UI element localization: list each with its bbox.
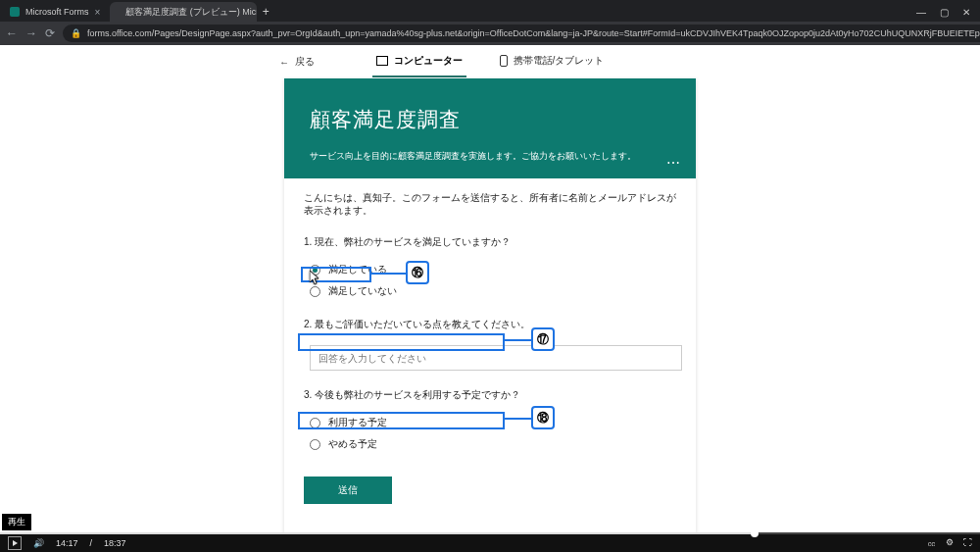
url-text: forms.office.com/Pages/DesignPage.aspx?a…: [87, 28, 980, 38]
more-options-button[interactable]: ⋯: [666, 155, 682, 171]
window-close-button[interactable]: ✕: [962, 7, 970, 18]
tab-title: 顧客満足度調査 (プレビュー) Micro…: [125, 6, 257, 19]
browser-tab[interactable]: Microsoft Forms ×: [0, 2, 110, 22]
q1-option-2[interactable]: 満足していない: [310, 280, 676, 302]
browser-address-bar: ← → ⟳ 🔒 forms.office.com/Pages/DesignPag…: [0, 22, 980, 45]
favicon-icon: [10, 7, 20, 17]
desktop-icon: [376, 56, 388, 66]
back-label: 戻る: [295, 55, 315, 69]
back-arrow-icon: ←: [279, 57, 289, 68]
device-tab-label: コンピューター: [394, 54, 463, 68]
form-preview: 顧客満足度調査 サービス向上を目的に顧客満足度調査を実施します。ご協力をお願いい…: [284, 78, 696, 533]
preview-toolbar: コンピューター 携帯電話/タブレット: [0, 45, 980, 78]
tab-title: Microsoft Forms: [25, 7, 89, 17]
lock-icon: 🔒: [71, 28, 81, 38]
phone-icon: [500, 55, 508, 67]
option-label: やめる予定: [328, 437, 377, 451]
question-1-label: 1. 現在、弊社のサービスを満足していますか？: [304, 235, 676, 249]
window-minimize-button[interactable]: —: [916, 7, 926, 18]
browser-tab-bar: Microsoft Forms × 顧客満足度調査 (プレビュー) Micro……: [0, 0, 980, 22]
radio-icon: [310, 265, 320, 276]
form-description: サービス向上を目的に顧客満足度調査を実施します。ご協力をお願いいたします。: [310, 149, 670, 163]
time-separator: /: [90, 538, 93, 548]
device-tab-mobile[interactable]: 携帯電話/タブレット: [496, 46, 609, 77]
omnibox[interactable]: 🔒 forms.office.com/Pages/DesignPage.aspx…: [63, 25, 980, 42]
captions-icon[interactable]: ㏄: [927, 537, 936, 550]
q3-option-1[interactable]: 利用する予定: [310, 412, 676, 433]
form-greeting: こんにちは、真知子。このフォームを送信すると、所有者に名前とメールアドレスが表示…: [304, 192, 676, 218]
close-icon[interactable]: ×: [95, 7, 101, 18]
question-3-label: 3. 今後も弊社のサービスを利用する予定ですか？: [304, 388, 676, 402]
option-label: 利用する予定: [328, 416, 387, 429]
question-3-options: 利用する予定 やめる予定: [304, 408, 676, 471]
time-total: 18:37: [104, 538, 126, 548]
back-link[interactable]: ← 戻る: [279, 55, 315, 69]
q3-option-2[interactable]: やめる予定: [310, 433, 676, 455]
radio-icon: [310, 418, 320, 428]
fullscreen-icon[interactable]: ⛶: [963, 537, 972, 550]
q1-option-1[interactable]: 満足している: [310, 259, 676, 280]
play-overlay-label: 再生: [2, 514, 31, 530]
form-body: こんにちは、真知子。このフォームを送信すると、所有者に名前とメールアドレスが表示…: [284, 178, 696, 533]
radio-icon: [310, 286, 320, 297]
browser-tab-active[interactable]: 顧客満足度調査 (プレビュー) Micro… ×: [110, 2, 257, 22]
device-tab-computer[interactable]: コンピューター: [372, 46, 466, 77]
nav-forward-button[interactable]: →: [25, 26, 37, 40]
form-title: 顧客満足度調査: [310, 106, 670, 133]
option-label: 満足している: [328, 263, 387, 276]
form-header: 顧客満足度調査 サービス向上を目的に顧客満足度調査を実施します。ご協力をお願いい…: [284, 78, 696, 178]
radio-icon: [310, 439, 320, 450]
submit-button[interactable]: 送信: [304, 477, 392, 504]
page-viewport: ← 戻る コンピューター 携帯電話/タブレット 顧客満足度調査 サービス向上を目…: [0, 45, 980, 534]
video-progress-bar[interactable]: [0, 532, 980, 534]
new-tab-button[interactable]: +: [257, 5, 274, 19]
settings-icon[interactable]: ⚙: [946, 537, 954, 550]
nav-back-button[interactable]: ←: [6, 26, 18, 40]
nav-reload-button[interactable]: ⟳: [45, 26, 55, 40]
option-label: 満足していない: [328, 284, 397, 298]
question-2-input[interactable]: [310, 345, 682, 371]
video-player-bar: 🔊 14:17 / 18:37 ㏄ ⚙ ⛶: [0, 534, 980, 552]
device-tab-label: 携帯電話/タブレット: [514, 54, 605, 68]
window-maximize-button[interactable]: ▢: [940, 7, 949, 18]
question-1-options: 満足している 満足していない: [304, 255, 676, 318]
time-current: 14:17: [56, 538, 78, 548]
volume-icon[interactable]: 🔊: [33, 538, 44, 548]
play-button[interactable]: [8, 536, 22, 550]
question-2-label: 2. 最もご評価いただいている点を教えてください。: [304, 318, 676, 331]
